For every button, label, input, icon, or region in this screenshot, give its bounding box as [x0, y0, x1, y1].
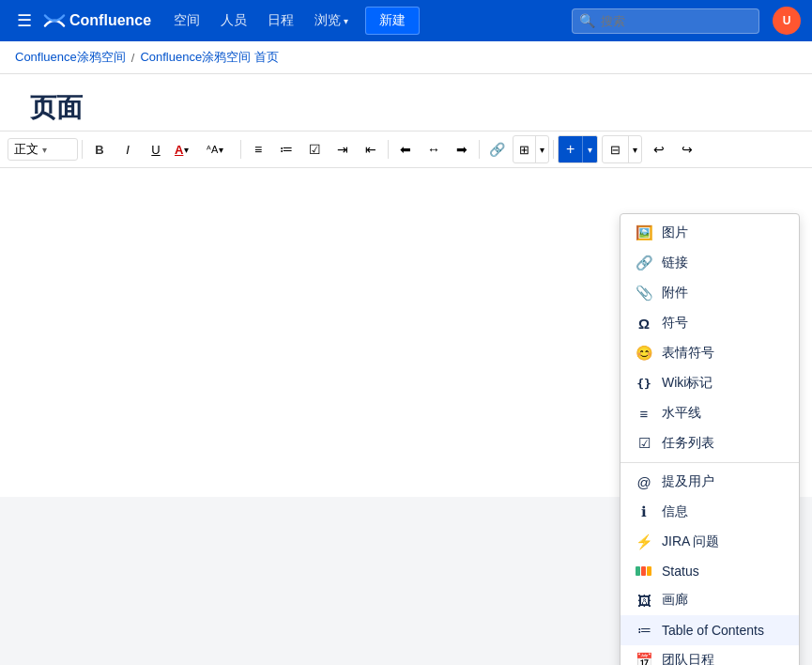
menu-item-status[interactable]: Status	[620, 557, 799, 585]
menu-item-emoji[interactable]: 😊 表情符号	[620, 338, 799, 368]
task-list-button[interactable]: ☑	[301, 136, 328, 162]
page-title-area	[0, 74, 812, 131]
style-select-value[interactable]: 正文	[14, 141, 38, 158]
menu-item-task-list[interactable]: ☑ 任务列表	[620, 428, 799, 458]
toolbar-divider-3	[388, 140, 389, 159]
menu-item-image[interactable]: 🖼️ 图片	[620, 218, 799, 248]
menu-item-gallery[interactable]: 🖼 画廊	[620, 585, 799, 615]
emoji-icon: 😊	[636, 345, 652, 362]
editor-container: 正文 ▾ B I U A ▾ ᴬA ▾ ≡ ≔ ☑ ⇥ ⇤ ⬅ ↔ ➡ 🔗	[0, 74, 812, 497]
symbol-icon: Ω	[636, 316, 652, 332]
align-right-button[interactable]: ➡	[449, 136, 475, 162]
mention-icon: @	[636, 474, 652, 490]
bold-button[interactable]: B	[86, 136, 113, 162]
font-size-dropdown: ▾	[219, 145, 223, 155]
hamburger-icon[interactable]: ☰	[11, 7, 38, 35]
search-input[interactable]	[572, 8, 759, 34]
menu-item-toc[interactable]: ≔ Table of Contents	[620, 615, 799, 645]
link-button[interactable]: 🔗	[483, 136, 511, 162]
menu-item-wiki[interactable]: {} Wiki标记	[620, 368, 799, 398]
logo-text: Confluence	[69, 12, 151, 29]
table-button[interactable]: ⊞	[513, 136, 535, 162]
nav-browse[interactable]: 浏览 ▾	[307, 8, 356, 33]
horizontal-rule-icon: ≡	[636, 406, 652, 422]
nav-spaces[interactable]: 空间	[166, 8, 207, 33]
ordered-list-button[interactable]: ≔	[273, 136, 299, 162]
jira-icon: ⚡	[636, 534, 652, 550]
avatar[interactable]: U	[773, 7, 801, 35]
top-navigation: ☰ Confluence 空间 人员 日程 浏览 ▾ 新建 🔍 U	[0, 0, 812, 41]
underline-button[interactable]: U	[143, 136, 169, 162]
menu-item-team-calendar[interactable]: 📅 团队日程	[620, 645, 799, 665]
confluence-logo: Confluence	[43, 9, 151, 32]
view-button[interactable]: ⊟	[603, 136, 628, 162]
insert-button[interactable]: +	[559, 136, 582, 162]
nav-people[interactable]: 人员	[213, 8, 254, 33]
breadcrumb-space[interactable]: Confluence涂鸦空间	[15, 49, 126, 66]
info-icon: ℹ	[636, 503, 652, 520]
align-center-button[interactable]: ↔	[421, 136, 447, 162]
toc-icon: ≔	[636, 622, 652, 639]
breadcrumb: Confluence涂鸦空间 / Confluence涂鸦空间 首页	[0, 41, 812, 74]
browse-dropdown-icon: ▾	[344, 16, 348, 26]
menu-item-info[interactable]: ℹ 信息	[620, 497, 799, 527]
team-calendar-icon: 📅	[636, 652, 652, 665]
breadcrumb-separator: /	[131, 51, 135, 65]
insert-dropdown-button[interactable]: ▾	[582, 136, 597, 162]
toolbar-divider-5	[553, 140, 554, 159]
menu-separator-1	[620, 462, 799, 463]
nav-calendar[interactable]: 日程	[260, 8, 301, 33]
style-select-wrapper: 正文 ▾	[8, 138, 78, 161]
indent-button[interactable]: ⇥	[329, 136, 356, 162]
image-icon: 🖼️	[636, 224, 652, 241]
menu-item-horizontal-rule[interactable]: ≡ 水平线	[620, 398, 799, 428]
task-list-icon: ☑	[636, 435, 652, 452]
menu-item-mention[interactable]: @ 提及用户	[620, 467, 799, 497]
menu-item-jira[interactable]: ⚡ JIRA 问题	[620, 527, 799, 557]
font-size-button[interactable]: ᴬA ▾	[203, 136, 237, 162]
font-color-button[interactable]: A ▾	[171, 136, 201, 162]
status-icon	[636, 566, 652, 576]
align-left-button[interactable]: ⬅	[392, 136, 419, 162]
menu-item-attachment[interactable]: 📎 附件	[620, 278, 799, 308]
table-btn-group: ⊞ ▾	[513, 135, 549, 163]
italic-button[interactable]: I	[115, 136, 141, 162]
undo-button[interactable]: ↩	[646, 136, 672, 162]
insert-btn-group: + ▾	[558, 135, 598, 163]
gallery-icon: 🖼	[636, 593, 652, 609]
toolbar-divider-2	[240, 140, 241, 159]
breadcrumb-page[interactable]: Confluence涂鸦空间 首页	[140, 49, 278, 66]
toolbar-divider-4	[479, 140, 480, 159]
redo-button[interactable]: ↪	[674, 136, 700, 162]
style-dropdown-icon: ▾	[42, 145, 47, 155]
outdent-button[interactable]: ⇤	[358, 136, 384, 162]
search-wrapper: 🔍	[572, 8, 759, 34]
link-icon: 🔗	[636, 255, 652, 271]
toolbar-divider-1	[82, 140, 83, 159]
page-title-input[interactable]	[30, 93, 782, 123]
menu-item-symbol[interactable]: Ω 符号	[620, 308, 799, 338]
wiki-icon: {}	[636, 377, 652, 391]
menu-item-link[interactable]: 🔗 链接	[620, 248, 799, 278]
toolbar: 正文 ▾ B I U A ▾ ᴬA ▾ ≡ ≔ ☑ ⇥ ⇤ ⬅ ↔ ➡ 🔗	[0, 131, 812, 168]
new-button[interactable]: 新建	[365, 7, 420, 35]
attachment-icon: 📎	[636, 285, 652, 302]
font-color-dropdown: ▾	[184, 145, 189, 155]
insert-dropdown-menu: 🖼️ 图片 🔗 链接 📎 附件 Ω 符号 😊 表情符号 {} Wiki标记 ≡ …	[620, 213, 800, 665]
search-icon: 🔍	[579, 13, 595, 28]
view-dropdown-button[interactable]: ▾	[628, 136, 641, 162]
unordered-list-button[interactable]: ≡	[245, 136, 271, 162]
view-btn-group: ⊟ ▾	[602, 135, 642, 163]
table-dropdown-button[interactable]: ▾	[535, 136, 548, 162]
